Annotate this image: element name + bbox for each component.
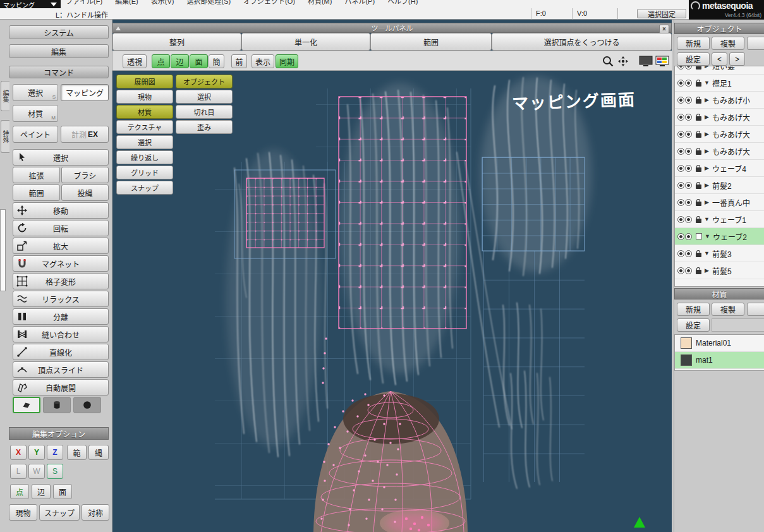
material-settings-button[interactable]: 設定 xyxy=(677,318,710,332)
side-tab-special[interactable]: 特殊 xyxy=(1,120,9,153)
symmetry-toggle[interactable]: 対称 xyxy=(82,504,109,521)
tool-rotate-button[interactable]: 回転 xyxy=(13,220,109,236)
material-panel-header[interactable]: 材質 xyxy=(674,288,764,299)
expander-icon[interactable]: ▶ xyxy=(703,182,710,188)
visibility-icon[interactable] xyxy=(677,233,692,240)
menu-item[interactable]: パネル(P) xyxy=(344,0,375,6)
menu-item[interactable]: 編集(E) xyxy=(115,0,138,6)
uv-distortion-toggle[interactable]: 歪み xyxy=(176,120,233,134)
section-edit[interactable]: 編集 xyxy=(9,44,109,58)
axis-x-toggle[interactable]: X xyxy=(10,445,27,460)
menu-item[interactable]: ファイル(F) xyxy=(66,0,102,6)
tool-sew-button[interactable]: 縫い合わせ xyxy=(13,326,109,342)
menu-item[interactable]: オブジェクト(O) xyxy=(243,0,295,6)
tool-move-button[interactable]: 移動 xyxy=(13,202,109,219)
object-prev-button[interactable]: < xyxy=(712,52,727,66)
expander-icon[interactable]: ▶ xyxy=(703,267,710,274)
object-panel-header[interactable]: オブジェクト xyxy=(674,23,764,34)
expander-icon[interactable]: ▼ xyxy=(703,80,710,86)
lock-icon[interactable] xyxy=(696,270,701,274)
zoom-tool-button[interactable] xyxy=(602,55,614,68)
close-icon[interactable]: × xyxy=(659,25,669,33)
lock-icon[interactable] xyxy=(696,116,701,121)
axis-y-toggle[interactable]: Y xyxy=(28,445,45,460)
snap-toggle[interactable]: スナップ xyxy=(39,504,80,521)
expander-icon[interactable]: ▶ xyxy=(703,199,710,205)
uv-current-toggle[interactable]: 現物 xyxy=(116,90,173,104)
lock-icon[interactable] xyxy=(696,167,701,172)
uv-texture-toggle[interactable]: テクスチャ xyxy=(116,120,173,134)
section-command[interactable]: コマンド xyxy=(9,66,109,78)
material-row-selected[interactable]: mat1 xyxy=(675,352,764,369)
uv-unfold-view-toggle[interactable]: 展開図 xyxy=(116,75,173,88)
object-row[interactable]: ▶もみあげ大 xyxy=(675,109,764,126)
mode-select-button[interactable]: 選択 S xyxy=(13,84,58,101)
rope-toggle[interactable]: 縄 xyxy=(88,445,109,460)
expander-icon[interactable]: ▶ xyxy=(703,114,710,120)
material-duplicate-button[interactable]: 複製 xyxy=(712,303,744,316)
uv-snap-toggle[interactable]: スナップ xyxy=(116,181,173,195)
object-row[interactable]: ▶もみあげ大 xyxy=(675,143,764,160)
visibility-icon[interactable] xyxy=(677,80,692,87)
lock-icon[interactable] xyxy=(696,202,701,206)
object-row[interactable]: ▼ウェーブ1 xyxy=(675,211,764,228)
uv-repeat-toggle[interactable]: 繰り返し xyxy=(116,150,173,164)
object-row-selected[interactable]: ▼ウェーブ2 xyxy=(675,228,764,245)
uv-grid-toggle[interactable]: グリッド xyxy=(116,166,173,179)
tool-scale-button[interactable]: 拡大 xyxy=(13,238,109,254)
menu-item[interactable]: ヘルプ(H) xyxy=(387,0,418,6)
material-clipped-button[interactable] xyxy=(747,303,764,316)
object-row[interactable]: ▶短い髪 xyxy=(675,66,764,75)
expander-icon[interactable]: ▶ xyxy=(703,148,710,154)
mode-paint-button[interactable]: ペイント xyxy=(13,126,58,143)
object-row[interactable]: ▶一番真ん中 xyxy=(675,194,764,211)
panel-pin-icon[interactable] xyxy=(116,27,121,30)
object-row[interactable]: ▶前髪2 xyxy=(675,177,764,194)
material-filter-box[interactable] xyxy=(712,318,764,332)
tool-select-button[interactable]: 選択 xyxy=(13,149,109,166)
tool-panel-titlebar[interactable]: ツールパネル × xyxy=(112,23,672,33)
tool-relax-button[interactable]: リラックス xyxy=(13,291,109,307)
section-system[interactable]: システム xyxy=(9,25,109,39)
object-next-button[interactable]: > xyxy=(729,52,745,66)
object-settings-button[interactable]: 設定 xyxy=(677,52,710,66)
uv-seam-toggle[interactable]: 切れ目 xyxy=(176,105,233,119)
point-toggle[interactable]: 点 xyxy=(10,484,29,499)
visibility-icon[interactable] xyxy=(677,267,692,274)
lock-icon[interactable] xyxy=(696,66,701,70)
visibility-icon[interactable] xyxy=(677,182,692,189)
expander-icon[interactable]: ▼ xyxy=(703,250,710,257)
object-row[interactable]: ▶前髪5 xyxy=(675,262,764,279)
view-mode-button[interactable] xyxy=(638,55,653,68)
tool-lattice-button[interactable]: 格子変形 xyxy=(13,273,109,289)
action-weld-selected-button[interactable]: 選択頂点をくっつける xyxy=(492,33,672,51)
side-tab-edit[interactable]: 編集 xyxy=(1,81,9,111)
object-row[interactable]: ▶もみあげ小 xyxy=(675,92,764,109)
lock-icon[interactable] xyxy=(696,133,701,138)
material-row[interactable]: Material01 xyxy=(675,335,764,352)
tool-brush-button[interactable]: ブラシ xyxy=(61,167,109,183)
world-coord-toggle[interactable]: W xyxy=(28,464,45,479)
edge-toggle[interactable]: 辺 xyxy=(32,484,51,499)
mode-material-button[interactable]: 材質 M xyxy=(13,105,58,122)
tool-straighten-button[interactable]: 直線化 xyxy=(13,344,109,360)
tool-magnet-button[interactable]: マグネット xyxy=(13,255,109,272)
range-toggle[interactable]: 範 xyxy=(67,445,87,460)
expander-icon[interactable]: ▶ xyxy=(703,131,710,137)
material-new-button[interactable]: 新規 xyxy=(677,303,710,316)
pan-tool-button[interactable] xyxy=(617,55,629,68)
expander-icon[interactable]: ▶ xyxy=(703,97,710,103)
tool-range-button[interactable]: 範囲 xyxy=(13,184,60,201)
action-align-button[interactable]: 整列 xyxy=(112,33,241,51)
menu-item[interactable]: 表示(V) xyxy=(151,0,174,6)
lock-icon[interactable] xyxy=(696,184,701,189)
uv-material-toggle[interactable]: 材質 xyxy=(116,105,173,119)
current-object-toggle[interactable]: 現物 xyxy=(9,504,37,521)
lock-icon[interactable] xyxy=(696,219,701,223)
visibility-icon[interactable] xyxy=(677,66,692,70)
visibility-icon[interactable] xyxy=(677,131,692,138)
visibility-icon[interactable] xyxy=(677,165,692,172)
primitive-sphere-button[interactable] xyxy=(73,397,101,413)
primitive-cylinder-button[interactable] xyxy=(43,397,71,413)
tool-vertex-slide-button[interactable]: 頂点スライド xyxy=(13,361,109,378)
